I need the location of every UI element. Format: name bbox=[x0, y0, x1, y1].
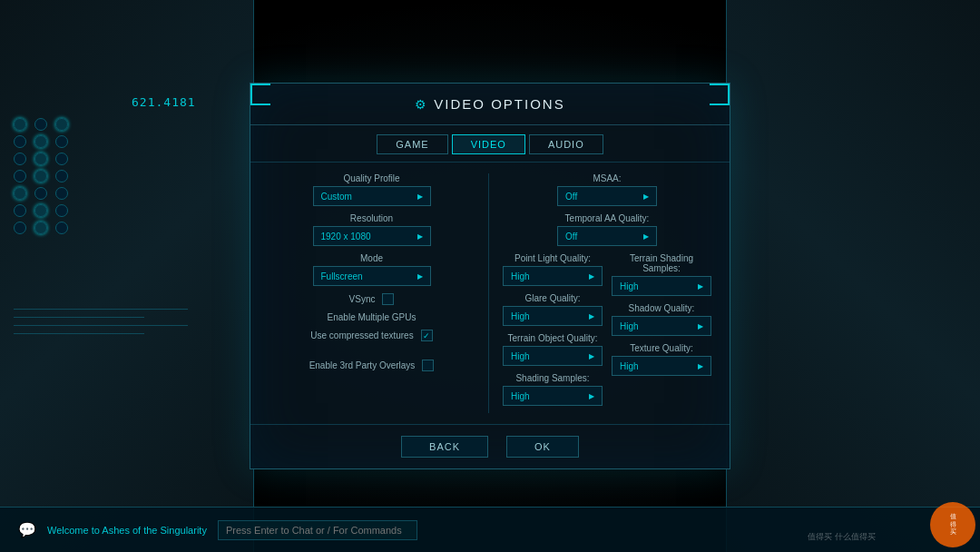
multiple-gpus-row: Enable Multiple GPUs bbox=[269, 312, 475, 322]
dropdown-arrow: ▶ bbox=[417, 192, 423, 201]
point-light-group: Point Light Quality: High ▶ bbox=[503, 253, 603, 286]
quality-profile-row: Custom ▶ bbox=[269, 186, 475, 206]
shadow-quality-group: Shadow Quality: High ▶ bbox=[612, 303, 711, 336]
msaa-row: Off ▶ bbox=[503, 186, 711, 206]
video-options-dialog: ⚙ Video Options GAME VIDEO AUDIO Quality… bbox=[250, 83, 730, 469]
terrain-shading-label: Terrain Shading Samples: bbox=[612, 253, 711, 273]
terrain-object-dropdown[interactable]: High ▶ bbox=[503, 346, 603, 366]
third-party-overlays-checkbox[interactable] bbox=[422, 360, 434, 371]
shadow-quality-label: Shadow Quality: bbox=[612, 303, 711, 313]
tab-audio[interactable]: AUDIO bbox=[529, 134, 603, 154]
mode-label: Mode bbox=[269, 253, 475, 263]
glare-row: High ▶ bbox=[503, 306, 603, 326]
mode-dropdown[interactable]: Fullscreen ▶ bbox=[313, 266, 431, 286]
dropdown-arrow: ▶ bbox=[589, 312, 594, 320]
tab-bar: GAME VIDEO AUDIO bbox=[250, 125, 730, 163]
shadow-quality-row: High ▶ bbox=[612, 316, 711, 336]
compressed-textures-checkbox[interactable]: ✓ bbox=[421, 330, 433, 341]
glare-dropdown[interactable]: High ▶ bbox=[503, 306, 603, 326]
resolution-dropdown[interactable]: 1920 x 1080 ▶ bbox=[313, 226, 431, 246]
terrain-shading-row: High ▶ bbox=[612, 276, 711, 296]
back-button[interactable]: Back bbox=[401, 436, 488, 458]
resolution-group: Resolution 1920 x 1080 ▶ bbox=[269, 213, 475, 246]
msaa-group: MSAA: Off ▶ bbox=[503, 173, 711, 206]
shading-samples-label: Shading Samples: bbox=[503, 373, 603, 383]
third-party-overlays-label: Enable 3rd Party Overlays bbox=[309, 360, 416, 370]
temporal-aa-group: Temporal AA Quality: Off ▶ bbox=[503, 213, 711, 246]
chat-input[interactable] bbox=[218, 520, 417, 540]
mode-row: Fullscreen ▶ bbox=[269, 266, 475, 286]
ok-button[interactable]: OK bbox=[506, 436, 579, 458]
glare-group: Glare Quality: High ▶ bbox=[503, 293, 603, 326]
temporal-aa-label: Temporal AA Quality: bbox=[503, 213, 711, 223]
dropdown-arrow: ▶ bbox=[417, 272, 423, 281]
compressed-textures-label: Use compressed textures bbox=[310, 330, 413, 340]
dropdown-arrow: ▶ bbox=[643, 192, 649, 201]
dropdown-arrow: ▶ bbox=[698, 282, 703, 291]
quality-profile-dropdown[interactable]: Custom ▶ bbox=[313, 186, 431, 206]
dropdown-arrow: ▶ bbox=[643, 232, 649, 241]
texture-quality-row: High ▶ bbox=[612, 356, 711, 376]
texture-quality-dropdown[interactable]: High ▶ bbox=[612, 356, 711, 376]
dropdown-arrow: ▶ bbox=[417, 232, 423, 241]
welcome-text: Welcome to Ashes of the Singularity bbox=[47, 525, 207, 536]
quality-profile-label: Quality Profile bbox=[269, 173, 475, 183]
right-right-sub: Terrain Shading Samples: High ▶ Shadow Q… bbox=[612, 253, 711, 413]
msaa-dropdown[interactable]: Off ▶ bbox=[557, 186, 657, 206]
left-column: Quality Profile Custom ▶ Resolution 1920… bbox=[269, 173, 488, 413]
dropdown-arrow: ▶ bbox=[589, 392, 594, 400]
tab-video[interactable]: VIDEO bbox=[452, 134, 525, 154]
texture-quality-group: Texture Quality: High ▶ bbox=[612, 343, 711, 376]
dropdown-arrow: ▶ bbox=[698, 362, 703, 370]
terrain-object-label: Terrain Object Quality: bbox=[503, 333, 603, 343]
right-left-sub: Point Light Quality: High ▶ Glare Qualit… bbox=[503, 253, 603, 413]
terrain-object-group: Terrain Object Quality: High ▶ bbox=[503, 333, 603, 366]
temporal-aa-row: Off ▶ bbox=[503, 226, 711, 246]
dialog-title: Video Options bbox=[434, 96, 564, 112]
point-light-label: Point Light Quality: bbox=[503, 253, 603, 263]
compressed-textures-row: Use compressed textures ✓ bbox=[269, 330, 475, 341]
shading-samples-dropdown[interactable]: High ▶ bbox=[503, 386, 603, 406]
chat-icon: 💬 bbox=[18, 521, 36, 538]
dialog-footer: Back OK bbox=[250, 424, 730, 468]
shadow-quality-dropdown[interactable]: High ▶ bbox=[612, 316, 711, 336]
tab-game[interactable]: GAME bbox=[377, 134, 447, 154]
third-party-spacer: Enable 3rd Party Overlays bbox=[269, 360, 475, 371]
msaa-label: MSAA: bbox=[503, 173, 711, 183]
shading-samples-row: High ▶ bbox=[503, 386, 603, 406]
dialog-header: ⚙ Video Options bbox=[250, 84, 730, 125]
texture-quality-label: Texture Quality: bbox=[612, 343, 711, 353]
point-light-row: High ▶ bbox=[503, 266, 603, 286]
terrain-shading-dropdown[interactable]: High ▶ bbox=[612, 276, 711, 296]
dialog-content: Quality Profile Custom ▶ Resolution 1920… bbox=[250, 163, 730, 424]
temporal-aa-dropdown[interactable]: Off ▶ bbox=[557, 226, 657, 246]
vsync-row: VSync bbox=[269, 293, 475, 305]
bottom-bar: 💬 Welcome to Ashes of the Singularity bbox=[0, 507, 980, 552]
quality-profile-group: Quality Profile Custom ▶ bbox=[269, 173, 475, 206]
modal-overlay: ⚙ Video Options GAME VIDEO AUDIO Quality… bbox=[0, 0, 980, 552]
terrain-shading-group: Terrain Shading Samples: High ▶ bbox=[612, 253, 711, 296]
terrain-object-row: High ▶ bbox=[503, 346, 603, 366]
right-split: Point Light Quality: High ▶ Glare Qualit… bbox=[503, 253, 711, 413]
vsync-label: VSync bbox=[349, 294, 376, 304]
mode-group: Mode Fullscreen ▶ bbox=[269, 253, 475, 286]
third-party-overlays-row: Enable 3rd Party Overlays bbox=[269, 360, 475, 371]
watermark-text: 值得买 什么值得买 bbox=[808, 531, 926, 543]
dropdown-arrow: ▶ bbox=[589, 272, 594, 281]
resolution-row: 1920 x 1080 ▶ bbox=[269, 226, 475, 246]
watermark-time: 值得买 什么值得买 bbox=[808, 531, 876, 543]
resolution-label: Resolution bbox=[269, 213, 475, 223]
shading-samples-group: Shading Samples: High ▶ bbox=[503, 373, 603, 406]
watermark-logo: 值得买 bbox=[930, 502, 975, 547]
multiple-gpus-label: Enable Multiple GPUs bbox=[328, 312, 416, 322]
point-light-dropdown[interactable]: High ▶ bbox=[503, 266, 603, 286]
right-column: MSAA: Off ▶ Temporal AA Quality: Off ▶ bbox=[488, 173, 711, 413]
glare-label: Glare Quality: bbox=[503, 293, 603, 303]
gear-icon: ⚙ bbox=[415, 97, 426, 112]
dropdown-arrow: ▶ bbox=[698, 322, 703, 330]
vsync-checkbox[interactable] bbox=[382, 293, 394, 305]
dropdown-arrow: ▶ bbox=[589, 352, 594, 360]
